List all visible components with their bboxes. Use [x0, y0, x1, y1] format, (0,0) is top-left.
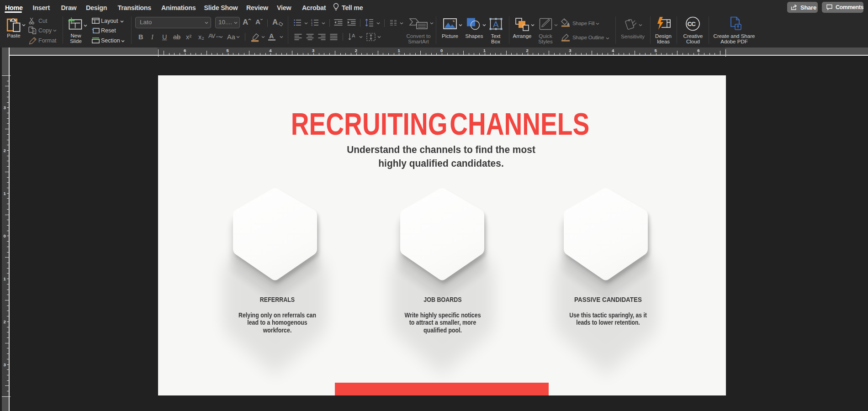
svg-text:A: A [352, 33, 355, 38]
svg-text:CC: CC [688, 21, 696, 27]
svg-text:A: A [493, 20, 499, 29]
